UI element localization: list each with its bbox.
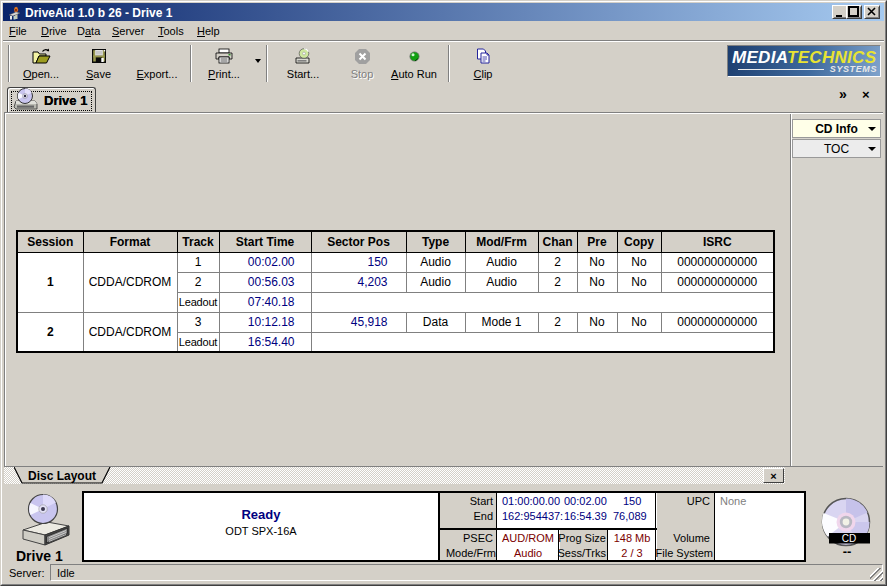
svg-text:CD: CD: [842, 533, 856, 544]
svg-text:--: --: [843, 544, 852, 559]
